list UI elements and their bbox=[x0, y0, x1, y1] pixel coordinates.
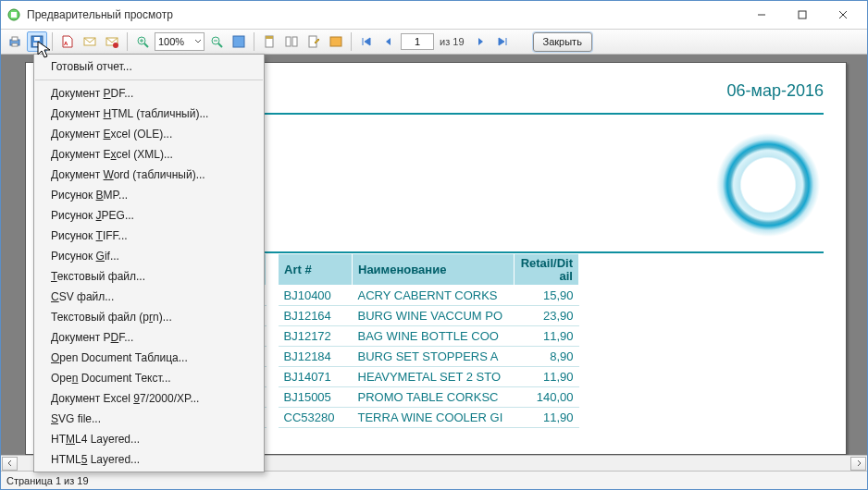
col-name-right: Наименование bbox=[353, 254, 515, 286]
company-logo bbox=[713, 129, 824, 240]
first-page-button[interactable] bbox=[356, 31, 377, 52]
minimize-button[interactable] bbox=[741, 2, 782, 28]
export-menu-item[interactable]: Документ HTML (табличный)... bbox=[34, 104, 264, 124]
svg-line-21 bbox=[218, 43, 222, 47]
cell-price-right: 8,90 bbox=[515, 347, 579, 367]
prev-page-button[interactable] bbox=[378, 31, 399, 52]
cell-price-right: 11,90 bbox=[515, 367, 579, 387]
svg-rect-23 bbox=[233, 36, 244, 47]
export-menu-item[interactable]: SVG file... bbox=[34, 409, 264, 429]
cell-art: BJ12172 bbox=[279, 326, 353, 347]
export-menu-item[interactable]: Рисунок JPEG... bbox=[34, 205, 264, 226]
zoom-combo[interactable]: 100% bbox=[155, 32, 205, 51]
preview-window: Предварительный просмотр A 100% из 19 За… bbox=[0, 0, 868, 490]
highlight-button[interactable] bbox=[326, 31, 346, 52]
svg-rect-7 bbox=[12, 37, 18, 41]
svg-rect-8 bbox=[12, 43, 18, 46]
titlebar: Предварительный просмотр bbox=[1, 1, 867, 29]
cell-name-right: PROMO TABLE CORKSC bbox=[353, 387, 515, 408]
separator bbox=[52, 32, 53, 51]
cell-art: BJ14071 bbox=[279, 367, 353, 387]
cell-name-right: ACRY CABERNT CORKS bbox=[353, 286, 515, 306]
cell-name-right: HEAVYMETAL SET 2 STO bbox=[353, 367, 515, 387]
svg-rect-27 bbox=[292, 37, 297, 46]
cell-art: CC53280 bbox=[279, 408, 353, 428]
separator bbox=[351, 32, 352, 51]
export-menu: Готовый отчет...Документ PDF...Документ … bbox=[33, 54, 265, 472]
export-menu-item[interactable]: Текстовый файл (prn)... bbox=[34, 307, 264, 327]
svg-rect-10 bbox=[34, 37, 40, 41]
chevron-down-icon bbox=[194, 36, 202, 47]
status-bar: Страница 1 из 19 bbox=[1, 471, 867, 489]
svg-rect-3 bbox=[799, 11, 806, 18]
fullscreen-button[interactable] bbox=[229, 31, 249, 52]
document-date: 06-мар-2016 bbox=[727, 81, 824, 101]
svg-rect-29 bbox=[330, 37, 341, 46]
edit-page-button[interactable] bbox=[304, 31, 324, 52]
close-preview-button[interactable]: Закрыть bbox=[533, 32, 592, 52]
window-title: Предварительный просмотр bbox=[27, 8, 741, 21]
export-menu-item[interactable]: Документ Excel (XML)... bbox=[34, 144, 264, 165]
cell-art: BJ10400 bbox=[279, 286, 353, 306]
cell-name-right: BAG WINE BOTTLE COO bbox=[353, 326, 515, 347]
close-window-button[interactable] bbox=[823, 2, 863, 28]
export-menu-item[interactable]: Рисунок Gif... bbox=[34, 246, 264, 266]
cell-name-right: TERRA WINE COOLER GI bbox=[353, 408, 515, 428]
cell-price-right: 11,90 bbox=[515, 326, 579, 347]
maximize-button[interactable] bbox=[782, 2, 823, 28]
toolbar: A 100% из 19 Закрыть bbox=[1, 29, 867, 55]
svg-rect-25 bbox=[266, 36, 273, 39]
zoom-out-button[interactable] bbox=[206, 31, 227, 52]
cell-price-right: 23,90 bbox=[515, 306, 579, 326]
scroll-left-button[interactable] bbox=[2, 457, 18, 471]
print-button[interactable] bbox=[5, 31, 25, 52]
zoom-in-button[interactable] bbox=[132, 31, 153, 52]
next-page-button[interactable] bbox=[470, 31, 490, 52]
export-menu-item[interactable]: Документ Word (табличный)... bbox=[34, 165, 264, 185]
page-total-label: из 19 bbox=[440, 36, 465, 47]
last-page-button[interactable] bbox=[492, 31, 513, 52]
svg-text:A: A bbox=[64, 41, 68, 46]
cell-art: BJ15005 bbox=[279, 387, 353, 408]
svg-rect-11 bbox=[33, 43, 41, 46]
close-preview-label: Закрыть bbox=[543, 36, 582, 47]
col-retail-right: Retail/Ditail bbox=[515, 254, 579, 286]
export-menu-item[interactable]: Готовый отчет... bbox=[34, 56, 264, 77]
separator bbox=[127, 32, 128, 51]
export-menu-item[interactable]: Open Document Текст... bbox=[34, 368, 264, 388]
email-pdf-button[interactable] bbox=[102, 31, 122, 52]
app-icon bbox=[6, 7, 21, 22]
export-menu-item[interactable]: HTML5 Layered... bbox=[34, 449, 264, 470]
export-menu-item[interactable]: Open Document Таблица... bbox=[34, 348, 264, 368]
cell-art: BJ12164 bbox=[279, 306, 353, 326]
svg-rect-1 bbox=[11, 12, 17, 18]
email-button[interactable] bbox=[80, 31, 100, 52]
separator bbox=[254, 32, 254, 51]
page-number-input[interactable] bbox=[401, 33, 434, 50]
cell-name-right: BURG WINE VACCUM PO bbox=[353, 306, 515, 326]
export-menu-item[interactable]: HTML4 Layered... bbox=[34, 429, 264, 449]
menu-separator bbox=[35, 80, 263, 80]
export-menu-item[interactable]: CSV файл... bbox=[34, 287, 264, 307]
export-menu-item[interactable]: Документ PDF... bbox=[34, 327, 264, 348]
scroll-right-button[interactable] bbox=[850, 457, 866, 471]
pdf-button[interactable]: A bbox=[57, 31, 78, 52]
svg-rect-26 bbox=[286, 37, 291, 46]
zoom-value: 100% bbox=[158, 36, 184, 47]
cell-price-right: 11,90 bbox=[515, 408, 579, 428]
cell-name-right: BURG SET STOPPERS A bbox=[353, 347, 515, 367]
cell-price-right: 15,90 bbox=[515, 286, 579, 306]
export-menu-item[interactable]: Документ Excel 97/2000/XP... bbox=[34, 388, 264, 409]
export-menu-item[interactable]: Документ Excel (OLE)... bbox=[34, 124, 264, 144]
export-menu-item[interactable]: Документ PDF... bbox=[34, 83, 264, 104]
two-page-button[interactable] bbox=[281, 31, 302, 52]
export-menu-item[interactable]: Рисунок TIFF... bbox=[34, 226, 264, 246]
export-menu-item[interactable]: Рисунок BMP... bbox=[34, 185, 264, 205]
export-menu-item[interactable]: Текстовый файл... bbox=[34, 266, 264, 287]
page-setup-button[interactable] bbox=[259, 31, 279, 52]
status-text: Страница 1 из 19 bbox=[6, 475, 89, 486]
save-button[interactable] bbox=[27, 31, 47, 52]
svg-point-15 bbox=[113, 43, 118, 48]
col-art: Art # bbox=[279, 254, 353, 286]
svg-line-17 bbox=[144, 43, 148, 47]
